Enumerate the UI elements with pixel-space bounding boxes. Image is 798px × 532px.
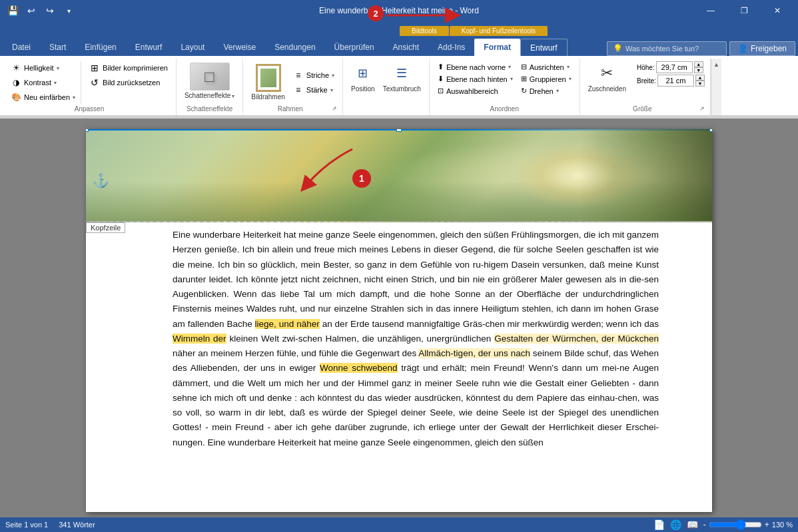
context-tab-bildtools[interactable]: Bildtools bbox=[400, 26, 449, 36]
tab-uberprufen[interactable]: Überprüfen bbox=[325, 39, 384, 56]
status-right: 📄 🌐 📖 - + 130 % bbox=[653, 519, 793, 530]
drehen-button[interactable]: ↻ Drehen ▾ bbox=[518, 85, 574, 97]
bildrahmen-button[interactable]: Bildrahmen bbox=[248, 63, 288, 103]
save-icon[interactable]: 💾 bbox=[5, 3, 20, 18]
shadow-icon: □ bbox=[190, 63, 230, 91]
lightbulb-icon: 💡 bbox=[613, 44, 623, 53]
annotation-badge-2: 2 bbox=[368, 5, 384, 21]
dropdown-arrow-icon: ▾ bbox=[57, 65, 59, 71]
resize-handle-top[interactable] bbox=[396, 129, 402, 132]
web-view-icon[interactable]: 🌐 bbox=[670, 519, 681, 530]
tab-sendungen[interactable]: Sendungen bbox=[265, 39, 324, 56]
rotate-icon: ↻ bbox=[521, 87, 527, 95]
dropdown-arrow-icon: ▾ bbox=[569, 76, 572, 82]
neu-einfarben-button[interactable]: 🎨 Neu einfärben ▾ bbox=[8, 91, 78, 104]
tab-ansicht[interactable]: Ansicht bbox=[384, 39, 428, 56]
dropdown-arrow-icon: ▾ bbox=[332, 73, 334, 79]
ribbon-group-rahmen: Bildrahmen ≡ Striche ▾ ≡ Stärke ▾ Rahmen… bbox=[243, 59, 343, 115]
kontrast-button[interactable]: ◑ Kontrast ▾ bbox=[8, 76, 78, 89]
breite-row: Breite: ▲ ▼ bbox=[637, 75, 705, 87]
hohe-input[interactable] bbox=[656, 61, 693, 73]
zuschneiden-button[interactable]: ✂ Zuschneiden bbox=[586, 61, 629, 95]
anordnen-label: Anordnen bbox=[435, 104, 574, 113]
gruppieren-button[interactable]: ⊞ Gruppieren ▾ bbox=[518, 73, 574, 85]
context-tab-kopf-fusszeile[interactable]: Kopf- und Fußzeilentools bbox=[450, 26, 548, 36]
tab-format[interactable]: Format bbox=[474, 39, 520, 56]
dropdown-arrow-icon: ▾ bbox=[73, 95, 75, 101]
redo-icon[interactable]: ↪ bbox=[43, 3, 57, 18]
hohe-label: Höhe: bbox=[637, 64, 655, 71]
selection-pane-icon: ⊡ bbox=[438, 87, 444, 95]
hohe-spinners: ▲ ▼ bbox=[694, 61, 703, 73]
bilder-komprimieren-button[interactable]: ⊞ Bilder komprimieren bbox=[87, 61, 171, 75]
position-button[interactable]: ⊞ Position bbox=[348, 61, 378, 95]
word-count: 341 Wörter bbox=[59, 521, 95, 529]
ribbon-collapse-handle[interactable]: ▲ bbox=[711, 59, 721, 115]
anordnen-content: ⬆ Ebene nach vorne ▾ ⬇ Ebene nach hinten… bbox=[435, 61, 574, 104]
tab-entwurf-context[interactable]: Entwurf bbox=[520, 39, 568, 56]
ebene-hinten-button[interactable]: ⬇ Ebene nach hinten ▾ bbox=[435, 73, 516, 85]
page-info: Seite 1 von 1 bbox=[5, 521, 48, 529]
restore-button[interactable]: ❒ bbox=[729, 0, 759, 21]
title-bar-left: 💾 ↩ ↪ ▾ bbox=[5, 3, 76, 18]
anpassen-content: ☀ Helligkeit ▾ ◑ Kontrast ▾ 🎨 Neu einfär… bbox=[8, 61, 171, 104]
read-view-icon[interactable]: 📖 bbox=[687, 519, 698, 530]
close-button[interactable]: ✕ bbox=[762, 0, 793, 21]
reset-icon: ↺ bbox=[89, 77, 100, 88]
header-image[interactable]: ⚓ 1 bbox=[86, 129, 712, 222]
breite-down-button[interactable]: ▼ bbox=[695, 81, 705, 87]
textumbruch-icon: ☰ bbox=[391, 63, 412, 84]
zoom-slider[interactable] bbox=[709, 519, 762, 530]
dropdown-arrow-icon: ▾ bbox=[330, 87, 333, 93]
annotation-arrow bbox=[386, 5, 466, 25]
highlight-3: Gestalten der Würmchen, der Mückchen bbox=[494, 334, 659, 344]
ebene-vorne-button[interactable]: ⬆ Ebene nach vorne ▾ bbox=[435, 61, 516, 73]
highlight-1: liege, und näher bbox=[255, 319, 320, 329]
dropdown-arrow-icon: ▾ bbox=[556, 88, 559, 94]
tab-start[interactable]: Start bbox=[40, 39, 75, 56]
grosse-dialog-launcher[interactable]: ↗ bbox=[699, 105, 705, 112]
ribbon-content: ☀ Helligkeit ▾ ◑ Kontrast ▾ 🎨 Neu einfär… bbox=[0, 56, 798, 116]
starke-button[interactable]: ≡ Stärke ▾ bbox=[290, 83, 337, 97]
bild-zurucksetzen-button[interactable]: ↺ Bild zurücksetzen bbox=[87, 76, 171, 89]
status-bar: Seite 1 von 1 341 Wörter 📄 🌐 📖 - + 130 % bbox=[0, 517, 798, 532]
tab-layout[interactable]: Layout bbox=[171, 39, 214, 56]
tab-verweise[interactable]: Verweise bbox=[214, 39, 265, 56]
textumbruch-button[interactable]: ☰ Textumbruch bbox=[380, 61, 424, 95]
schatteneffekte-content: □ Schatteneffekte ▾ bbox=[182, 61, 237, 104]
position-content: ⊞ Position ☰ Textumbruch bbox=[348, 61, 424, 113]
tab-einfugen[interactable]: Einfügen bbox=[75, 39, 125, 56]
tell-me-search[interactable]: 💡 Was möchten Sie tun? bbox=[607, 41, 727, 56]
customize-quick-access-icon[interactable]: ▾ bbox=[61, 3, 76, 18]
zoom-out-button[interactable]: - bbox=[703, 520, 706, 529]
tab-entwurf[interactable]: Entwurf bbox=[126, 39, 172, 56]
undo-icon[interactable]: ↩ bbox=[24, 3, 39, 18]
helligkeit-icon: ☀ bbox=[11, 63, 21, 73]
hohe-up-button[interactable]: ▲ bbox=[694, 61, 703, 67]
annotation-badge-1: 1 bbox=[352, 169, 371, 188]
breite-input[interactable] bbox=[657, 75, 694, 87]
send-back-icon: ⬇ bbox=[438, 75, 444, 83]
tab-add-ins[interactable]: Add-Ins bbox=[428, 39, 474, 56]
dropdown-arrow-icon: ▾ bbox=[567, 64, 570, 70]
highlight-4: Allmäch-tigen, der uns nach bbox=[418, 348, 530, 358]
dropdown-arrow-icon: ▾ bbox=[54, 80, 57, 86]
zoom-in-button[interactable]: + bbox=[765, 520, 769, 529]
anpassen-label: Anpassen bbox=[8, 104, 171, 113]
striche-button[interactable]: ≡ Striche ▾ bbox=[290, 69, 337, 82]
ausrichten-button[interactable]: ⊟ Ausrichten ▾ bbox=[518, 61, 574, 73]
resize-handle-top-right[interactable] bbox=[709, 129, 712, 132]
tab-datei[interactable]: Datei bbox=[3, 39, 40, 56]
highlight-5: Wonne schwebend bbox=[320, 363, 398, 373]
hohe-down-button[interactable]: ▼ bbox=[694, 67, 703, 73]
helligkeit-button[interactable]: ☀ Helligkeit ▾ bbox=[8, 61, 78, 75]
rahmen-dialog-launcher[interactable]: ↗ bbox=[332, 105, 337, 112]
minimize-button[interactable]: — bbox=[695, 0, 726, 21]
striche-icon: ≡ bbox=[293, 70, 304, 81]
schatteneffekte-button[interactable]: □ Schatteneffekte ▾ bbox=[182, 61, 237, 101]
resize-handle-top-left[interactable] bbox=[86, 129, 89, 132]
breite-up-button[interactable]: ▲ bbox=[695, 75, 705, 81]
print-view-icon[interactable]: 📄 bbox=[653, 519, 665, 530]
signin-button[interactable]: 👤 Freigeben bbox=[729, 41, 795, 56]
auswahlbereich-button[interactable]: ⊡ Auswahlbereich bbox=[435, 85, 516, 97]
